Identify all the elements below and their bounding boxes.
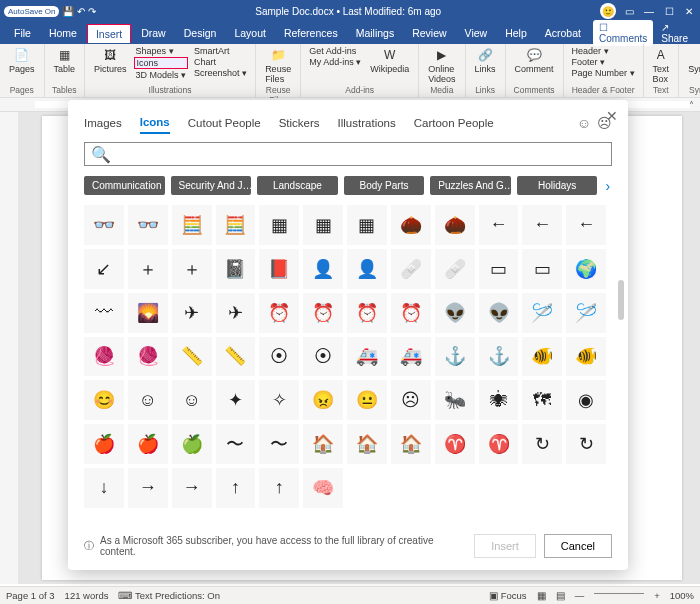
tab-insert[interactable]: Insert bbox=[87, 24, 131, 43]
icon-glasses[interactable]: 👓 bbox=[84, 205, 124, 245]
autosave-toggle[interactable]: AutoSave On bbox=[4, 6, 59, 17]
zoom-out[interactable]: — bbox=[575, 590, 585, 601]
icon-book3[interactable]: 👤 bbox=[303, 249, 343, 289]
icon-abacus[interactable]: 🧮 bbox=[172, 205, 212, 245]
icons-button[interactable]: Icons bbox=[134, 57, 189, 69]
header-button[interactable]: Header ▾ bbox=[570, 46, 637, 56]
minimize-icon[interactable]: — bbox=[642, 6, 656, 17]
dtab-illustrations[interactable]: Illustrations bbox=[338, 113, 396, 133]
icon-yarn[interactable]: 🧶 bbox=[84, 337, 124, 377]
view-web[interactable]: ▤ bbox=[556, 590, 565, 601]
icon-tape-o[interactable]: 📏 bbox=[216, 337, 256, 377]
tab-references[interactable]: References bbox=[276, 24, 346, 42]
icon-grid2[interactable]: ▦ bbox=[347, 205, 387, 245]
focus-mode[interactable]: ▣ Focus bbox=[489, 590, 527, 601]
icon-plane[interactable]: ✈ bbox=[172, 293, 212, 333]
tab-view[interactable]: View bbox=[457, 24, 496, 42]
icon-billboard[interactable]: ▭ bbox=[479, 249, 519, 289]
cat-communication[interactable]: Communication bbox=[84, 176, 165, 195]
tab-help[interactable]: Help bbox=[497, 24, 535, 42]
page-number-button[interactable]: Page Number ▾ bbox=[570, 68, 637, 78]
text-predictions[interactable]: ⌨ Text Predictions: On bbox=[118, 590, 219, 601]
dtab-stickers[interactable]: Stickers bbox=[279, 113, 320, 133]
happy-face-icon[interactable]: ☺ bbox=[577, 115, 591, 131]
icon-right-o[interactable]: → bbox=[172, 468, 212, 508]
icon-fish2[interactable]: 🐠 bbox=[566, 337, 606, 377]
icon-alarm-o[interactable]: ⏰ bbox=[303, 293, 343, 333]
get-addins-button[interactable]: Get Add-ins bbox=[307, 46, 363, 56]
icon-aries[interactable]: ♈ bbox=[435, 424, 475, 464]
symbols-button[interactable]: ΩSymbols bbox=[685, 46, 700, 75]
icon-needle2[interactable]: 🪡 bbox=[566, 293, 606, 333]
icon-alarm2[interactable]: ⏰ bbox=[347, 293, 387, 333]
icon-ant[interactable]: 🐜 bbox=[435, 380, 475, 420]
icon-book[interactable]: 📓 bbox=[216, 249, 256, 289]
screenshot-button[interactable]: Screenshot ▾ bbox=[192, 68, 249, 78]
text-box-button[interactable]: AText Box bbox=[650, 46, 673, 85]
3d-models-button[interactable]: 3D Models ▾ bbox=[134, 70, 189, 80]
icon-apple-o[interactable]: 🍎 bbox=[128, 424, 168, 464]
maximize-icon[interactable]: ☐ bbox=[662, 6, 676, 17]
icon-field[interactable]: 🌄 bbox=[128, 293, 168, 333]
comments-button[interactable]: ☐ Comments bbox=[593, 20, 653, 46]
dialog-close-button[interactable]: ✕ bbox=[606, 108, 618, 124]
icon-plus[interactable]: ＋ bbox=[128, 249, 168, 289]
share-button[interactable]: ↗ Share bbox=[655, 20, 694, 46]
icon-book4[interactable]: 👤 bbox=[347, 249, 387, 289]
icon-smile-o[interactable]: ☺ bbox=[128, 380, 168, 420]
icon-plane-o[interactable]: ✈ bbox=[216, 293, 256, 333]
tab-acrobat[interactable]: Acrobat bbox=[537, 24, 589, 42]
icon-up[interactable]: ↑ bbox=[216, 468, 256, 508]
icon-brain[interactable]: 🧠 bbox=[303, 468, 343, 508]
icon-anchor2[interactable]: ⚓ bbox=[479, 337, 519, 377]
cat-body-parts[interactable]: Body Parts bbox=[344, 176, 425, 195]
cancel-button[interactable]: Cancel bbox=[544, 534, 612, 558]
icon-right[interactable]: → bbox=[128, 468, 168, 508]
icon-needle[interactable]: 🪡 bbox=[522, 293, 562, 333]
icon-arrow-l[interactable]: ← bbox=[479, 205, 519, 245]
icon-home[interactable]: 🏠 bbox=[303, 424, 343, 464]
icon-sad[interactable]: ☹ bbox=[391, 380, 431, 420]
icon-aries-o[interactable]: ♈ bbox=[479, 424, 519, 464]
icon-antarctica[interactable]: 🗺 bbox=[522, 380, 562, 420]
ribbon-mode-icon[interactable]: ▭ bbox=[622, 6, 636, 17]
save-icon[interactable]: 💾 bbox=[62, 6, 74, 17]
tab-mailings[interactable]: Mailings bbox=[348, 24, 403, 42]
icon-amb-o[interactable]: 🚑 bbox=[391, 337, 431, 377]
icon-tape[interactable]: 📏 bbox=[172, 337, 212, 377]
icon-grid[interactable]: ▦ bbox=[259, 205, 299, 245]
tab-home[interactable]: Home bbox=[41, 24, 85, 42]
icon-down[interactable]: ↓ bbox=[84, 468, 124, 508]
cat-holidays[interactable]: Holidays bbox=[517, 176, 598, 195]
links-button[interactable]: 🔗Links bbox=[472, 46, 499, 75]
icon-up-o[interactable]: ↑ bbox=[259, 468, 299, 508]
icon-bandage[interactable]: 🩹 bbox=[391, 249, 431, 289]
reuse-files-button[interactable]: 📁Reuse Files bbox=[262, 46, 294, 85]
icon-bb2[interactable]: ▭ bbox=[522, 249, 562, 289]
tab-design[interactable]: Design bbox=[176, 24, 225, 42]
page-indicator[interactable]: Page 1 of 3 bbox=[6, 590, 55, 601]
icon-spark-o[interactable]: ✧ bbox=[259, 380, 299, 420]
smartart-button[interactable]: SmartArt bbox=[192, 46, 249, 56]
dtab-cartoon-people[interactable]: Cartoon People bbox=[414, 113, 494, 133]
icon-waves[interactable]: 〰 bbox=[84, 293, 124, 333]
icon-spider[interactable]: 🕷 bbox=[479, 380, 519, 420]
footer-button[interactable]: Footer ▾ bbox=[570, 57, 637, 67]
close-icon[interactable]: ✕ bbox=[682, 6, 696, 17]
icon-spark[interactable]: ✦ bbox=[216, 380, 256, 420]
icon-cycle[interactable]: ↻ bbox=[522, 424, 562, 464]
icon-aperture[interactable]: ◉ bbox=[566, 380, 606, 420]
wikipedia-button[interactable]: WWikipedia bbox=[367, 46, 412, 75]
search-input[interactable] bbox=[115, 148, 605, 160]
dtab-icons[interactable]: Icons bbox=[140, 112, 170, 134]
icon-arrow-bl[interactable]: ↙ bbox=[84, 249, 124, 289]
icon-alien-o[interactable]: 👽 bbox=[479, 293, 519, 333]
user-avatar[interactable]: 🙂 bbox=[600, 3, 616, 19]
icon-acorn[interactable]: 🌰 bbox=[391, 205, 431, 245]
online-videos-button[interactable]: ▶Online Videos bbox=[425, 46, 458, 85]
shapes-button[interactable]: Shapes ▾ bbox=[134, 46, 189, 56]
icon-home2[interactable]: 🏠 bbox=[347, 424, 387, 464]
icon-wave[interactable]: 〜 bbox=[216, 424, 256, 464]
tab-layout[interactable]: Layout bbox=[226, 24, 274, 42]
view-print[interactable]: ▦ bbox=[537, 590, 546, 601]
